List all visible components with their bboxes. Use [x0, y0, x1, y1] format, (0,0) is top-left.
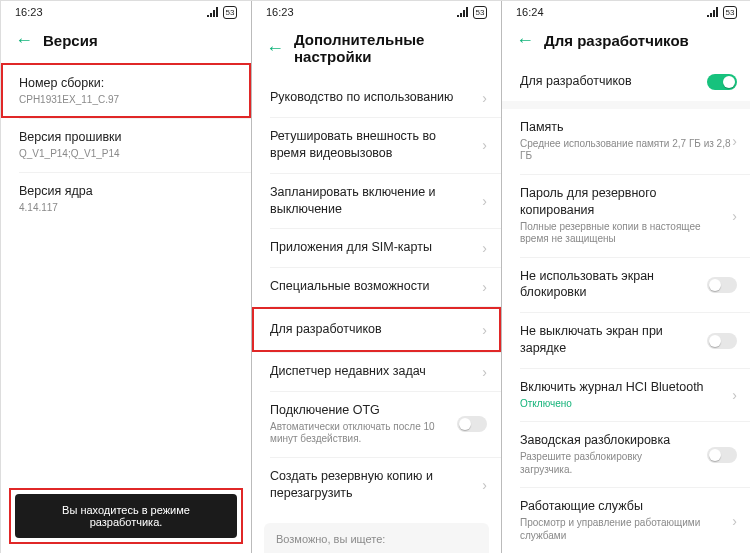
row-label: Не выключать экран при зарядке	[520, 323, 733, 357]
back-icon[interactable]: ←	[516, 31, 534, 49]
row-developer-options[interactable]: Для разработчиков ›	[252, 307, 501, 352]
status-icons: 53	[207, 6, 237, 19]
row-sub: Автоматически отключать после 10 минут б…	[270, 421, 483, 446]
row-sub: Просмотр и управление работающими служба…	[520, 517, 733, 542]
back-icon[interactable]: ←	[15, 31, 33, 49]
row-build-number[interactable]: Номер сборки: CPH1931EX_11_C.97	[1, 63, 251, 118]
title-bar: ← Дополнительные настройки	[252, 23, 501, 79]
row-label: Запланировать включение и выключение	[270, 184, 483, 218]
suggestion-header: Возможно, вы ищете:	[276, 533, 477, 545]
row-value: CPH1931EX_11_C.97	[19, 94, 233, 107]
row-user-guide[interactable]: Руководство по использованию ›	[252, 79, 501, 117]
row-label: Память	[520, 119, 733, 136]
status-time: 16:23	[266, 6, 294, 18]
row-skip-lock[interactable]: Не использовать экран блокировки	[502, 258, 750, 313]
signal-icon	[707, 7, 719, 17]
page-title: Для разработчиков	[544, 32, 689, 49]
chevron-right-icon: ›	[482, 364, 487, 380]
status-time: 16:23	[15, 6, 43, 18]
back-icon[interactable]: ←	[266, 39, 284, 57]
row-dev-master-toggle[interactable]: Для разработчиков	[502, 63, 750, 101]
row-value: 4.14.117	[19, 202, 233, 215]
toast-highlight: Вы находитесь в режиме разработчика.	[11, 490, 241, 542]
row-label: Для разработчиков	[520, 73, 733, 90]
row-sub: Среднее использование памяти 2,7 ГБ из 2…	[520, 138, 733, 163]
oem-unlock-toggle[interactable]	[707, 447, 737, 463]
status-bar: 16:23 53	[1, 1, 251, 23]
row-label: Создать резервную копию и перезагрузить	[270, 468, 483, 502]
row-beautify-video[interactable]: Ретушировать внешность во время видеовыз…	[252, 118, 501, 173]
title-bar: ← Версия	[1, 23, 251, 63]
row-recent-tasks[interactable]: Диспетчер недавних задач ›	[252, 353, 501, 391]
battery-icon: 53	[223, 6, 237, 19]
row-stay-awake[interactable]: Не выключать экран при зарядке	[502, 313, 750, 368]
screen-version: 16:23 53 ← Версия Номер сборки: CPH1931E…	[1, 1, 251, 553]
status-time: 16:24	[516, 6, 544, 18]
signal-icon	[207, 7, 219, 17]
row-label: Не использовать экран блокировки	[520, 268, 733, 302]
row-otg[interactable]: Подключение OTG Автоматически отключать …	[252, 392, 501, 457]
chevron-right-icon: ›	[732, 133, 737, 149]
row-kernel-version[interactable]: Версия ядра 4.14.117	[1, 173, 251, 225]
row-sub: Разрешите разблокировку загрузчика.	[520, 451, 733, 476]
row-hci-log[interactable]: Включить журнал HCI Bluetooth Отключено …	[502, 369, 750, 421]
status-bar: 16:23 53	[252, 1, 501, 23]
row-accessibility[interactable]: Специальные возможности ›	[252, 268, 501, 306]
row-label: Ретушировать внешность во время видеовыз…	[270, 128, 483, 162]
chevron-right-icon: ›	[482, 279, 487, 295]
status-icons: 53	[707, 6, 737, 19]
battery-icon: 53	[473, 6, 487, 19]
signal-icon	[457, 7, 469, 17]
page-title: Дополнительные настройки	[294, 31, 487, 65]
row-label: Версия прошивки	[19, 129, 233, 146]
otg-toggle[interactable]	[457, 416, 487, 432]
row-schedule-power[interactable]: Запланировать включение и выключение ›	[252, 174, 501, 229]
stay-awake-toggle[interactable]	[707, 333, 737, 349]
developer-mode-toast: Вы находитесь в режиме разработчика.	[15, 494, 237, 538]
row-label: Диспетчер недавних задач	[270, 363, 483, 380]
row-running-services[interactable]: Работающие службы Просмотр и управление …	[502, 488, 750, 553]
chevron-right-icon: ›	[732, 513, 737, 529]
row-label: Приложения для SIM-карты	[270, 239, 483, 256]
chevron-right-icon: ›	[482, 90, 487, 106]
chevron-right-icon: ›	[482, 240, 487, 256]
row-label: Заводская разблокировка	[520, 432, 733, 449]
row-firmware-version[interactable]: Версия прошивки Q_V1_P14;Q_V1_P14	[1, 119, 251, 171]
row-label: Пароль для резервного копирования	[520, 185, 733, 219]
row-label: Руководство по использованию	[270, 89, 483, 106]
status-bar: 16:24 53	[502, 1, 750, 23]
row-backup-reset[interactable]: Создать резервную копию и перезагрузить …	[252, 458, 501, 513]
skip-lock-toggle[interactable]	[707, 277, 737, 293]
row-sim-apps[interactable]: Приложения для SIM-карты ›	[252, 229, 501, 267]
search-suggestion: Возможно, вы ищете: Язык	[264, 523, 489, 554]
row-memory[interactable]: Память Среднее использование памяти 2,7 …	[502, 109, 750, 174]
row-label: Работающие службы	[520, 498, 733, 515]
chevron-right-icon: ›	[482, 137, 487, 153]
status-icons: 53	[457, 6, 487, 19]
row-label: Версия ядра	[19, 183, 233, 200]
dev-master-toggle[interactable]	[707, 74, 737, 90]
chevron-right-icon: ›	[732, 387, 737, 403]
row-label: Подключение OTG	[270, 402, 483, 419]
row-sub: Полные резервные копии в настоящее время…	[520, 221, 733, 246]
screen-additional-settings: 16:23 53 ← Дополнительные настройки Руко…	[251, 1, 501, 553]
row-label: Для разработчиков	[270, 321, 483, 338]
chevron-right-icon: ›	[482, 322, 487, 338]
screen-developer-options: 16:24 53 ← Для разработчиков Для разрабо…	[501, 1, 750, 553]
row-label: Номер сборки:	[19, 75, 233, 92]
title-bar: ← Для разработчиков	[502, 23, 750, 63]
page-title: Версия	[43, 32, 98, 49]
row-sub: Отключено	[520, 398, 733, 411]
chevron-right-icon: ›	[482, 477, 487, 493]
chevron-right-icon: ›	[482, 193, 487, 209]
chevron-right-icon: ›	[732, 208, 737, 224]
battery-icon: 53	[723, 6, 737, 19]
row-label: Включить журнал HCI Bluetooth	[520, 379, 733, 396]
row-backup-password[interactable]: Пароль для резервного копирования Полные…	[502, 175, 750, 257]
row-value: Q_V1_P14;Q_V1_P14	[19, 148, 233, 161]
row-label: Специальные возможности	[270, 278, 483, 295]
row-oem-unlock[interactable]: Заводская разблокировка Разрешите разбло…	[502, 422, 750, 487]
